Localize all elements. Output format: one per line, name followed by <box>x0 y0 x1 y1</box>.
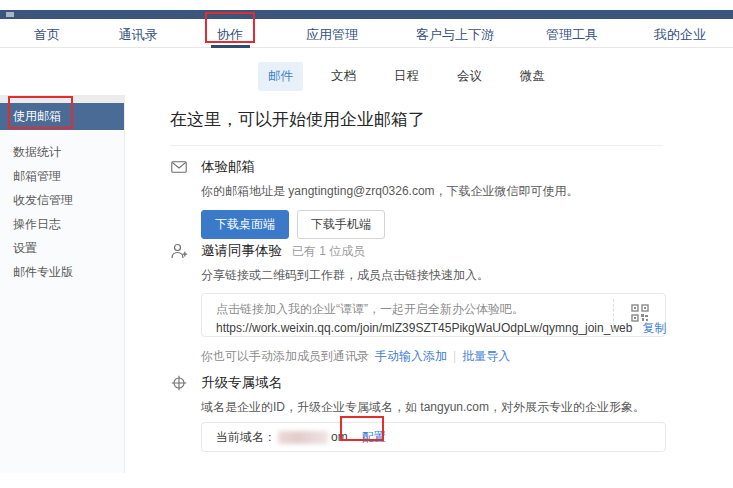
link-separator: | <box>453 349 456 363</box>
logo-fragment <box>6 12 14 17</box>
share-invite-text: 点击链接加入我的企业“谭谭”，一起开启全新办公体验吧。 <box>216 301 651 318</box>
page-title: 在这里，可以开始使用企业邮箱了 <box>170 108 425 131</box>
section-domain: 升级专属域名 域名是企业的ID，升级企业专属域名，如 tangyun.com，对… <box>170 374 665 452</box>
manual-add-hint: 你也可以手动添加成员到通讯录 <box>201 349 369 363</box>
main-nav: 首页 通讯录 协作 应用管理 客户与上下游 管理工具 我的企业 <box>0 19 733 48</box>
manual-add-link[interactable]: 手动输入添加 <box>375 349 447 363</box>
sidebar-item-settings[interactable]: 设置 <box>0 236 124 260</box>
globe-icon <box>170 375 188 391</box>
nav-item-collaboration[interactable]: 协作 <box>217 26 243 44</box>
sidebar-item-data-stats[interactable]: 数据统计 <box>0 140 124 164</box>
qr-code-icon[interactable] <box>631 304 649 326</box>
tab-docs[interactable]: 文档 <box>321 62 366 91</box>
current-domain-box: 当前域名： om 配置 <box>201 422 666 452</box>
share-invite-link: https://work.weixin.qq.com/join/mlZ39SZT… <box>216 321 632 335</box>
sidebar-item-mail-pro[interactable]: 邮件专业版 <box>0 260 124 284</box>
sidebar-item-mailbox-management[interactable]: 邮箱管理 <box>0 164 124 188</box>
tab-drive[interactable]: 微盘 <box>510 62 555 91</box>
redacted-domain-value <box>278 431 328 444</box>
download-mobile-button[interactable]: 下载手机端 <box>297 210 385 239</box>
tab-meeting[interactable]: 会议 <box>447 62 492 91</box>
person-add-icon <box>170 243 188 259</box>
share-link-box: 点击链接加入我的企业“谭谭”，一起开启全新办公体验吧。 https://work… <box>201 293 666 337</box>
sidebar-top-strip <box>0 95 125 103</box>
sidebar-list: 数据统计 邮箱管理 收发信管理 操作日志 设置 邮件专业版 <box>0 140 124 284</box>
nav-active-underline <box>211 45 250 48</box>
sidebar-item-use-mailbox[interactable]: 使用邮箱 <box>0 103 124 130</box>
collaboration-subnav: 邮件 文档 日程 会议 微盘 <box>258 62 555 91</box>
domain-suffix: om <box>331 430 348 444</box>
batch-import-link[interactable]: 批量导入 <box>462 349 510 363</box>
mailbox-address-text: 你的邮箱地址是 yangtingting@zrq0326.com，下载企业微信即… <box>201 183 665 200</box>
invite-section-title: 邀请同事体验 <box>201 242 282 260</box>
domain-section-title: 升级专属域名 <box>201 374 282 392</box>
envelope-icon <box>170 161 188 173</box>
sidebar-item-operation-log[interactable]: 操作日志 <box>0 212 124 236</box>
title-divider <box>170 145 663 146</box>
sidebar: 使用邮箱 数据统计 邮箱管理 收发信管理 操作日志 设置 邮件专业版 <box>0 95 125 473</box>
nav-item-my-enterprise[interactable]: 我的企业 <box>654 26 706 44</box>
nav-item-admin-tools[interactable]: 管理工具 <box>546 26 598 44</box>
nav-item-contacts[interactable]: 通讯录 <box>119 26 158 44</box>
download-desktop-button[interactable]: 下载桌面端 <box>201 210 289 239</box>
current-domain-label: 当前域名： <box>216 429 276 446</box>
domain-desc: 域名是企业的ID，升级企业专属域名，如 tangyun.com，对外展示专业的企… <box>201 399 665 416</box>
nav-item-customers[interactable]: 客户与上下游 <box>416 26 494 44</box>
nav-item-app-management[interactable]: 应用管理 <box>306 26 358 44</box>
invite-desc: 分享链接或二维码到工作群，成员点击链接快速加入。 <box>201 267 665 284</box>
tab-mail[interactable]: 邮件 <box>258 62 303 91</box>
member-count-badge: 已有 1 位成员 <box>292 243 365 260</box>
section-mailbox: 体验邮箱 你的邮箱地址是 yangtingting@zrq0326.com，下载… <box>170 158 665 239</box>
tab-calendar[interactable]: 日程 <box>384 62 429 91</box>
mailbox-section-title: 体验邮箱 <box>201 158 255 176</box>
sidebar-item-send-receive-management[interactable]: 收发信管理 <box>0 188 124 212</box>
section-invite: 邀请同事体验 已有 1 位成员 分享链接或二维码到工作群，成员点击链接快速加入。… <box>170 242 665 365</box>
window-top-bar <box>0 10 733 19</box>
qr-area <box>613 299 665 331</box>
nav-item-home[interactable]: 首页 <box>34 26 60 44</box>
configure-link[interactable]: 配置 <box>362 429 386 446</box>
